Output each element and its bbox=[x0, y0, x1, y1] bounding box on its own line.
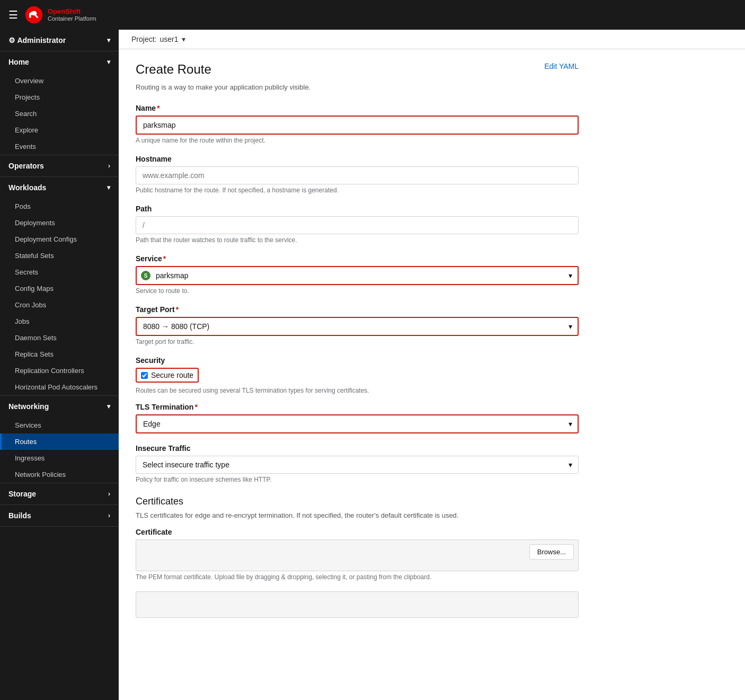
hostname-label: Hostname bbox=[136, 155, 579, 163]
storage-section: Storage › bbox=[0, 483, 119, 505]
private-key-drop-area[interactable] bbox=[136, 591, 579, 618]
insecure-traffic-label: Insecure Traffic bbox=[136, 444, 579, 453]
gear-icon: ⚙ Administrator bbox=[8, 36, 66, 45]
certificates-subtitle: TLS certificates for edge and re-encrypt… bbox=[136, 511, 579, 519]
networking-section: Networking ▾ Services Routes Ingresses N… bbox=[0, 396, 119, 483]
networking-header[interactable]: Networking ▾ bbox=[0, 396, 119, 417]
storage-chevron-icon: › bbox=[108, 490, 110, 498]
storage-label: Storage bbox=[8, 490, 36, 498]
admin-header[interactable]: ⚙ Administrator ▾ bbox=[0, 30, 119, 51]
sidebar-item-events[interactable]: Events bbox=[0, 138, 119, 155]
admin-chevron-icon: ▾ bbox=[107, 37, 110, 44]
insecure-traffic-help: Policy for traffic on insecure schemes l… bbox=[136, 476, 579, 483]
certificates-section: Certificates TLS certificates for edge a… bbox=[136, 496, 579, 618]
name-required-marker: * bbox=[157, 104, 159, 112]
name-input[interactable] bbox=[136, 116, 579, 135]
home-section-header[interactable]: Home ▾ bbox=[0, 51, 119, 73]
secure-route-checkbox-wrapper: Secure route bbox=[136, 368, 199, 383]
project-bar: Project: user1 ▾ bbox=[119, 30, 745, 49]
certificate-drop-area[interactable]: Browse... bbox=[136, 539, 579, 571]
workloads-chevron-icon: ▾ bbox=[107, 184, 110, 191]
logo: OpenShift Container Platform bbox=[24, 5, 96, 24]
sidebar-item-cron-jobs[interactable]: Cron Jobs bbox=[0, 297, 119, 313]
certificate-label: Certificate bbox=[136, 528, 579, 536]
name-help: A unique name for the route within the p… bbox=[136, 137, 579, 144]
home-label: Home bbox=[8, 58, 29, 66]
sidebar-item-deployment-configs[interactable]: Deployment Configs bbox=[0, 231, 119, 247]
tls-termination-group: TLS Termination* Edge Passthrough Re-enc… bbox=[136, 403, 579, 433]
secure-route-checkbox[interactable] bbox=[141, 372, 148, 379]
target-port-select-wrapper: 8080 → 8080 (TCP) ▾ bbox=[136, 317, 579, 336]
workloads-label: Workloads bbox=[8, 183, 46, 192]
sidebar-item-search[interactable]: Search bbox=[0, 105, 119, 122]
builds-header[interactable]: Builds › bbox=[0, 505, 119, 526]
certificates-title: Certificates bbox=[136, 496, 579, 507]
private-key-group bbox=[136, 591, 579, 618]
certificate-help: The PEM format certificate. Upload file … bbox=[136, 573, 579, 581]
sidebar-item-jobs[interactable]: Jobs bbox=[0, 313, 119, 330]
home-section: Home ▾ Overview Projects Search Explore … bbox=[0, 51, 119, 155]
sidebar-item-secrets[interactable]: Secrets bbox=[0, 264, 119, 280]
hamburger-icon[interactable]: ☰ bbox=[8, 8, 18, 21]
certificate-group: Certificate Browse... The PEM format cer… bbox=[136, 528, 579, 581]
insecure-traffic-group: Insecure Traffic Select insecure traffic… bbox=[136, 444, 579, 483]
sidebar-item-replica-sets[interactable]: Replica Sets bbox=[0, 346, 119, 362]
insecure-traffic-select-wrapper: Select insecure traffic type Allow Redir… bbox=[136, 456, 579, 474]
service-field-group: Service* S parksmap ▾ Service to route t… bbox=[136, 254, 579, 295]
target-port-help: Target port for traffic. bbox=[136, 338, 579, 345]
admin-section: ⚙ Administrator ▾ bbox=[0, 30, 119, 51]
name-field-group: Name* A unique name for the route within… bbox=[136, 104, 579, 144]
security-section: Security Secure route Routes can be secu… bbox=[136, 356, 579, 394]
home-chevron-icon: ▾ bbox=[107, 58, 110, 66]
tls-termination-select-wrapper: Edge Passthrough Re-encrypt ▾ bbox=[136, 414, 579, 433]
storage-header[interactable]: Storage › bbox=[0, 483, 119, 504]
insecure-traffic-select[interactable]: Select insecure traffic type Allow Redir… bbox=[136, 456, 579, 474]
builds-chevron-icon: › bbox=[108, 512, 110, 519]
browse-button[interactable]: Browse... bbox=[529, 544, 574, 560]
sidebar-item-network-policies[interactable]: Network Policies bbox=[0, 466, 119, 483]
service-select[interactable]: parksmap bbox=[136, 266, 579, 285]
content-area: Create Route Edit YAML Routing is a way … bbox=[119, 49, 596, 641]
name-label: Name* bbox=[136, 104, 579, 112]
service-icon: S bbox=[141, 271, 150, 280]
path-label: Path bbox=[136, 205, 579, 213]
path-field-group: Path Path that the router watches to rou… bbox=[136, 205, 579, 244]
operators-chevron-icon: › bbox=[108, 162, 110, 170]
sidebar: ⚙ Administrator ▾ Home ▾ Overview Projec… bbox=[0, 30, 119, 700]
tls-termination-select[interactable]: Edge Passthrough Re-encrypt bbox=[136, 414, 579, 433]
sidebar-item-replication-controllers[interactable]: Replication Controllers bbox=[0, 362, 119, 379]
workloads-section: Workloads ▾ Pods Deployments Deployment … bbox=[0, 177, 119, 396]
sidebar-item-overview[interactable]: Overview bbox=[0, 73, 119, 89]
target-port-select[interactable]: 8080 → 8080 (TCP) bbox=[136, 317, 579, 336]
tls-required-marker: * bbox=[194, 403, 197, 411]
brand-text: OpenShift Container Platform bbox=[48, 7, 96, 23]
service-label: Service* bbox=[136, 254, 579, 263]
service-required-marker: * bbox=[163, 254, 166, 263]
sidebar-item-pods[interactable]: Pods bbox=[0, 198, 119, 215]
sidebar-item-config-maps[interactable]: Config Maps bbox=[0, 280, 119, 297]
builds-label: Builds bbox=[8, 511, 31, 520]
target-port-label: Target Port* bbox=[136, 305, 579, 314]
workloads-header[interactable]: Workloads ▾ bbox=[0, 177, 119, 198]
operators-header[interactable]: Operators › bbox=[0, 155, 119, 176]
path-help: Path that the router watches to route tr… bbox=[136, 236, 579, 244]
sidebar-item-stateful-sets[interactable]: Stateful Sets bbox=[0, 247, 119, 264]
service-select-wrapper: S parksmap ▾ bbox=[136, 266, 579, 285]
sidebar-item-explore[interactable]: Explore bbox=[0, 122, 119, 138]
edit-yaml-link[interactable]: Edit YAML bbox=[544, 62, 579, 70]
path-input[interactable] bbox=[136, 216, 579, 234]
page-subtitle: Routing is a way to make your applicatio… bbox=[136, 83, 579, 91]
project-dropdown-icon[interactable]: ▾ bbox=[182, 35, 185, 43]
sidebar-item-projects[interactable]: Projects bbox=[0, 89, 119, 105]
sidebar-item-daemon-sets[interactable]: Daemon Sets bbox=[0, 330, 119, 346]
target-port-required-marker: * bbox=[176, 305, 179, 314]
sidebar-item-hpa[interactable]: Horizontal Pod Autoscalers bbox=[0, 379, 119, 395]
hostname-input[interactable] bbox=[136, 166, 579, 184]
operators-label: Operators bbox=[8, 162, 44, 170]
sidebar-item-routes[interactable]: Routes bbox=[0, 433, 119, 450]
hostname-help: Public hostname for the route. If not sp… bbox=[136, 187, 579, 194]
sidebar-item-deployments[interactable]: Deployments bbox=[0, 215, 119, 231]
sidebar-item-services[interactable]: Services bbox=[0, 417, 119, 433]
hostname-field-group: Hostname Public hostname for the route. … bbox=[136, 155, 579, 194]
sidebar-item-ingresses[interactable]: Ingresses bbox=[0, 450, 119, 466]
